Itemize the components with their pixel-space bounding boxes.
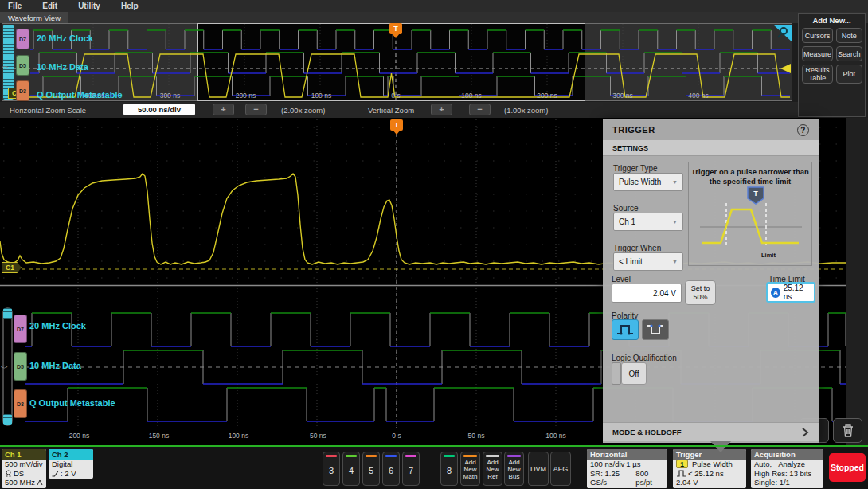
channel-3-button[interactable]: 3 [323,452,340,486]
add-color-stripe [507,455,521,457]
v-zoom-plus-button[interactable]: + [431,104,452,115]
logic-off-button[interactable]: Off [621,362,647,385]
axis-tick-label: 0 s [392,432,401,440]
axis-tick-label: -100 ns [309,92,331,100]
trigger-when-value: < Limit [619,257,643,266]
add-new-cursors-button[interactable]: Cursors [802,28,833,43]
h-zoom-scale-input[interactable]: 50.00 ns/div [123,104,195,115]
digital-handle-grip-top[interactable] [3,308,12,319]
acquisition-badge[interactable]: Acquisition Auto,Analyze High Res: 13 bi… [751,449,823,488]
acquisition-row2: High Res: 13 bits [751,469,823,479]
ch2-badge[interactable]: Ch 2 Digital : 2 V [49,449,93,479]
polarity-positive-button[interactable] [612,319,639,340]
stopped-button[interactable]: Stopped [829,453,866,482]
menu-help[interactable]: Help [121,2,139,10]
axis-tick-label: 100 ns [545,432,566,440]
digital-badge-d7[interactable]: D7 [16,29,29,49]
channel-label: Q Output Metastable [29,398,115,408]
add-new-title: Add New... [799,16,865,25]
menu-file[interactable]: File [8,2,22,10]
axis-tick-label: 50 ns [468,432,485,440]
overview-handle-glyph: <> [2,64,7,71]
axis-tick-label: -200 ns [233,92,256,100]
diagram-limit-label: Limit [761,252,776,259]
level-input[interactable]: 2.04 V [612,284,682,303]
view-tab-bar: Waveform View [0,12,868,23]
axis-tick-label: 300 ns [612,92,633,100]
channel-8-button[interactable]: 8 [440,452,458,486]
add-new-math-button[interactable]: AddNewMath [460,452,480,486]
channel-color-stripe [366,455,377,457]
add-new-note-button[interactable]: Note [836,28,862,43]
zoom-controls-bar: Horizontal Zoom Scale 50.00 ns/div + − (… [0,102,798,118]
polarity-negative-button[interactable] [642,319,669,340]
channel-5-button[interactable]: 5 [362,452,380,486]
v-zoom-minus-button[interactable]: − [469,104,491,115]
trigger-badge[interactable]: Trigger 1Pulse Width < 25.12 ns 2.04 V [673,449,746,488]
h-zoom-scale-label: Horizontal Zoom Scale [10,106,86,115]
add-new-search-button[interactable]: Search [836,46,862,61]
trigger-type-dropdown[interactable]: Pulse Width▼ [613,173,683,191]
dropdown-caret-icon: ▼ [672,259,678,264]
menu-bar: FileEditUtilityHelp [0,0,868,12]
digital-badge-d5[interactable]: D5 [16,55,29,76]
menu-utility[interactable]: Utility [78,2,100,10]
trigger-level-arrow[interactable] [780,64,791,73]
channel-color-stripe [405,455,416,457]
trigger-type-label: Trigger Type [613,164,658,173]
axis-tick-label: -300 ns [158,92,180,100]
tab-waveform-view[interactable]: Waveform View [0,12,68,23]
add-new-bus-button[interactable]: AddNewBus [504,452,524,486]
dvm-button[interactable]: DVM [528,452,549,486]
digital-badge-d5[interactable]: D5 [14,352,27,381]
axis-tick-label: -50 ns [307,432,326,440]
digital-handle-grip-bottom[interactable] [3,414,12,425]
time-limit-input[interactable]: A 25.12 ns [766,282,815,303]
trigger-row2: < 25.12 ns [673,469,746,479]
add-color-stripe [486,455,499,457]
main-trigger-flag[interactable]: T [390,119,403,131]
h-zoom-minus-button[interactable]: − [245,104,267,115]
source-dropdown[interactable]: Ch 1▼ [613,213,683,231]
add-new-measure-button[interactable]: Measure [802,46,833,61]
channel-6-button[interactable]: 6 [382,452,400,486]
add-new-ref-button[interactable]: AddNewRef [483,452,502,486]
dropdown-caret-icon: ▼ [672,179,678,185]
digital-badge-d3[interactable]: D3 [16,80,29,101]
channel-label: 20 MHz Clock [29,321,86,331]
settings-tab[interactable]: SETTINGS [603,140,819,156]
trigger-when-dropdown[interactable]: < Limit▼ [613,252,683,271]
trigger-info-text: Trigger on a pulse narrower than the spe… [689,162,811,186]
menu-edit[interactable]: Edit [42,2,57,10]
main-handle-glyph: <> [1,363,6,370]
channel-4-button[interactable]: 4 [342,452,360,486]
set-to-50-button[interactable]: Set to 50% [685,280,716,305]
panel-pointer [710,441,731,452]
coupling-icon [5,470,12,477]
ch1-badge[interactable]: Ch 1 500 mV/div DS 500 MHz [2,449,46,488]
add-new-plot-button[interactable]: Plot [836,65,862,84]
logic-toggle-tab[interactable] [612,362,621,385]
trigger-panel-header: TRIGGER ? [603,119,819,140]
overview-trigger-flag[interactable]: T [389,23,402,34]
trigger-badge-header: Trigger [673,449,746,460]
digital-badge-d7[interactable]: D7 [14,315,27,343]
trigger-type-value: Pulse Width [619,178,661,186]
mode-holdoff-bar[interactable]: MODE & HOLDOFF [603,422,819,441]
trigger-panel-title: TRIGGER [612,125,655,135]
digital-badge-d3[interactable]: D3 [14,389,27,418]
trigger-row3: 2.04 V [673,478,746,487]
ch1-vdiv: 500 mV/div [2,460,46,469]
knob-a-icon: A [771,288,780,298]
add-new-results-table-button[interactable]: Results Table [802,65,833,84]
channel-7-button[interactable]: 7 [402,452,420,486]
trash-button[interactable] [833,418,862,443]
horizontal-badge[interactable]: Horizontal 100 ns/div1 µs SR: 1.25 GS/s8… [587,449,667,488]
h-zoom-plus-button[interactable]: + [213,104,234,115]
afg-button[interactable]: AFG [550,452,571,486]
diagram-trigger-marker: T [748,187,764,204]
trigger-when-label: Trigger When [613,244,661,252]
status-bar: Ch 1 500 mV/div DS 500 MHz Ch 2 Digital … [0,447,868,489]
positive-pulse-icon [615,323,635,336]
help-icon[interactable]: ? [797,124,809,136]
